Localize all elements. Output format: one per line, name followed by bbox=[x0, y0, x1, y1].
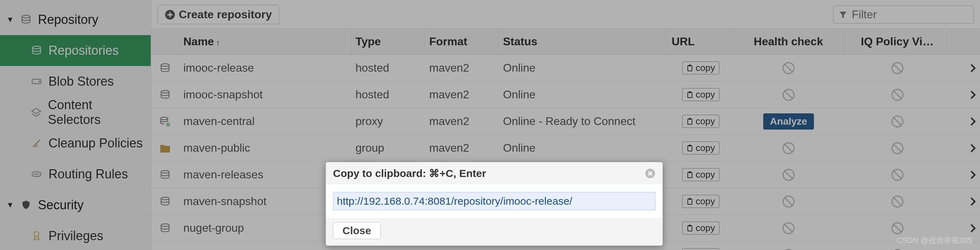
cell-expand[interactable] bbox=[952, 197, 980, 206]
cell-format: maven2 bbox=[425, 142, 499, 154]
svg-rect-13 bbox=[688, 92, 692, 98]
copy-label: copy bbox=[696, 143, 715, 153]
svg-point-24 bbox=[161, 197, 169, 200]
sidebar-item-repositories[interactable]: Repositories bbox=[0, 35, 151, 66]
cell-health bbox=[734, 222, 843, 234]
th-url[interactable]: URL bbox=[667, 29, 734, 54]
toolbar: Create repository bbox=[151, 0, 980, 29]
table-row[interactable]: maven-publicgroupmaven2Onlinecopy bbox=[151, 135, 980, 161]
copy-button[interactable]: copy bbox=[682, 115, 720, 128]
sidebar-item-label: Repositories bbox=[48, 43, 119, 58]
copy-button[interactable]: copy bbox=[682, 142, 720, 154]
copy-button[interactable]: copy bbox=[682, 195, 720, 208]
cell-expand[interactable] bbox=[952, 64, 980, 73]
th-type[interactable]: Type bbox=[351, 29, 425, 54]
th-status[interactable]: Status bbox=[499, 29, 667, 54]
cell-type: hosted bbox=[351, 88, 425, 101]
table-row[interactable]: imooc-snapshothostedmaven2Onlinecopy bbox=[151, 81, 980, 108]
cell-format: maven2 bbox=[425, 115, 499, 128]
svg-rect-19 bbox=[688, 146, 692, 151]
sidebar-item-blob-stores[interactable]: Blob Stores bbox=[0, 66, 151, 97]
chevron-right-icon bbox=[970, 90, 976, 99]
cell-expand[interactable] bbox=[952, 90, 980, 99]
close-button[interactable]: Close bbox=[333, 222, 381, 239]
cell-name: nuget-hosted bbox=[179, 248, 351, 250]
unavailable-icon bbox=[783, 89, 794, 101]
svg-rect-10 bbox=[688, 66, 692, 71]
cell-status: Online bbox=[499, 61, 667, 75]
chevron-right-icon bbox=[970, 117, 976, 126]
shield-icon bbox=[19, 200, 33, 210]
unavailable-icon bbox=[891, 116, 904, 127]
sidebar-item-content-selectors[interactable]: Content Selectors bbox=[0, 97, 151, 128]
analyze-button[interactable]: Analyze bbox=[763, 113, 814, 129]
sidebar-item-label: Routing Rules bbox=[48, 167, 128, 182]
url-input[interactable] bbox=[333, 192, 655, 210]
cell-iq bbox=[843, 169, 952, 181]
clipboard-icon bbox=[687, 145, 693, 152]
cell-expand[interactable] bbox=[952, 143, 980, 153]
svg-rect-18 bbox=[689, 118, 691, 120]
table-row[interactable]: imooc-releasehostedmaven2Onlinecopy bbox=[151, 55, 980, 81]
unavailable-icon bbox=[783, 249, 794, 250]
copy-button[interactable]: copy bbox=[682, 88, 720, 101]
cell-health: Analyze bbox=[734, 113, 843, 129]
watermark: CSDN @祝你幸福365 bbox=[897, 235, 973, 246]
th-expand bbox=[952, 29, 980, 54]
unavailable-icon bbox=[891, 142, 904, 154]
sort-asc-icon: ↑ bbox=[216, 38, 220, 47]
sidebar-item-label: Blob Stores bbox=[48, 74, 114, 89]
unavailable-icon bbox=[891, 62, 904, 74]
filter-input[interactable] bbox=[852, 8, 969, 21]
repo-type-icon bbox=[151, 143, 179, 153]
th-format[interactable]: Format bbox=[425, 29, 499, 54]
svg-rect-29 bbox=[689, 225, 691, 226]
sidebar-group-security[interactable]: ▼ Security bbox=[0, 189, 151, 220]
copy-button[interactable]: copy bbox=[682, 168, 720, 181]
cell-health bbox=[734, 142, 843, 154]
clipboard-icon bbox=[687, 91, 693, 98]
svg-rect-22 bbox=[688, 172, 692, 178]
cell-expand[interactable] bbox=[952, 170, 980, 180]
sidebar-item-label: Privileges bbox=[48, 229, 103, 243]
cell-iq bbox=[843, 116, 952, 127]
cell-status: Online - Ready to Connect bbox=[499, 115, 667, 128]
cell-expand[interactable] bbox=[952, 117, 980, 126]
svg-rect-25 bbox=[688, 199, 692, 204]
sidebar-item-routing-rules[interactable]: Routing Rules bbox=[0, 159, 151, 189]
th-iq-policy[interactable]: IQ Policy Vi… bbox=[843, 29, 952, 54]
th-health-check[interactable]: Health check bbox=[734, 29, 843, 54]
clipboard-icon bbox=[687, 171, 693, 178]
filter-box[interactable] bbox=[833, 6, 974, 24]
copy-label: copy bbox=[696, 223, 715, 234]
copy-label: copy bbox=[696, 196, 715, 207]
cell-url: copy bbox=[667, 142, 734, 154]
cell-health bbox=[734, 62, 843, 74]
copy-button[interactable]: copy bbox=[682, 248, 720, 250]
clipboard-icon bbox=[687, 198, 693, 205]
copy-button[interactable]: copy bbox=[682, 61, 720, 75]
clipboard-icon bbox=[687, 225, 693, 232]
sidebar-item-cleanup-policies[interactable]: Cleanup Policies bbox=[0, 128, 151, 159]
cell-type: proxy bbox=[351, 115, 425, 128]
repo-type-icon bbox=[151, 170, 179, 180]
sidebar-item-privileges[interactable]: Privileges bbox=[0, 220, 151, 250]
svg-point-15 bbox=[161, 117, 168, 120]
caret-down-icon: ▼ bbox=[6, 15, 14, 24]
cell-expand[interactable] bbox=[952, 224, 980, 233]
hdd-icon bbox=[30, 77, 43, 86]
unavailable-icon bbox=[891, 222, 904, 234]
svg-marker-4 bbox=[32, 108, 41, 114]
cell-iq bbox=[843, 196, 952, 207]
cell-format: maven2 bbox=[425, 88, 499, 101]
table-row[interactable]: maven-centralproxymaven2Online - Ready t… bbox=[151, 108, 980, 135]
create-repository-button[interactable]: Create repository bbox=[158, 5, 279, 24]
chevron-right-icon bbox=[970, 170, 976, 180]
svg-point-21 bbox=[161, 170, 169, 173]
th-name[interactable]: Name↑ bbox=[179, 29, 351, 54]
svg-rect-11 bbox=[689, 65, 691, 66]
copy-button[interactable]: copy bbox=[682, 221, 720, 234]
close-icon[interactable] bbox=[645, 168, 655, 179]
sidebar-group-repository[interactable]: ▼ Repository bbox=[0, 4, 151, 35]
modal-body bbox=[326, 184, 662, 218]
